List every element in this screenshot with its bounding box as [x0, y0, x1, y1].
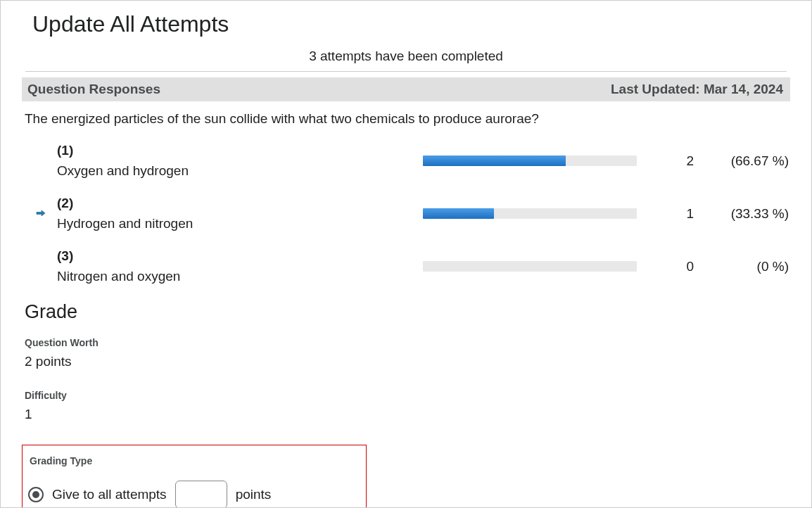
answer-number: (1) [57, 141, 423, 161]
answer-col: (2) Hydrogen and nitrogen [57, 193, 423, 234]
bar-col [423, 261, 655, 272]
progress-bar-fill [423, 208, 494, 219]
page-container: Update All Attempts 3 attempts have been… [0, 0, 812, 508]
answer-text: Oxygen and hydrogen [57, 161, 423, 182]
progress-bar-fill [423, 155, 566, 166]
progress-bar [423, 208, 637, 219]
last-updated: Last Updated: Mar 14, 2024 [611, 82, 783, 97]
arrow-right-icon [36, 209, 46, 219]
responses-list: (1) Oxygen and hydrogen 2 (66.67 %) ( [1, 137, 811, 296]
response-count: 0 [655, 259, 697, 274]
response-pct: (66.67 %) [697, 153, 789, 169]
response-count: 1 [655, 206, 697, 222]
answer-col: (3) Nitrogen and oxygen [57, 246, 423, 286]
difficulty-label: Difficulty [25, 390, 787, 407]
grading-option-all[interactable]: Give to all attempts points [27, 479, 355, 508]
response-row: (3) Nitrogen and oxygen 0 (0 %) [25, 243, 790, 296]
progress-bar [423, 155, 637, 166]
points-input-all[interactable] [175, 481, 227, 508]
divider [25, 71, 787, 72]
page-title: Update All Attempts [1, 1, 811, 47]
response-row: (2) Hydrogen and nitrogen 1 (33.33 %) [25, 190, 790, 243]
question-worth-block: Question Worth 2 points [1, 329, 811, 381]
grading-type-section: Grading Type Give to all attempts points… [22, 445, 367, 508]
bar-col [423, 208, 655, 219]
radio-selected-icon [32, 491, 39, 498]
points-label: points [236, 487, 272, 502]
progress-bar [423, 261, 637, 272]
response-pct: (33.33 %) [697, 206, 789, 222]
answer-text: Nitrogen and oxygen [57, 267, 423, 287]
response-pct: (0 %) [697, 259, 789, 274]
attempts-subtitle: 3 attempts have been completed [1, 47, 811, 71]
response-row: (1) Oxygen and hydrogen 2 (66.67 %) [25, 137, 790, 190]
section-header: Question Responses Last Updated: Mar 14,… [22, 77, 790, 101]
bar-col [423, 155, 655, 166]
grade-heading: Grade [1, 296, 811, 329]
section-title: Question Responses [27, 82, 160, 97]
indicator-col [25, 209, 57, 219]
question-worth-value: 2 points [25, 354, 787, 380]
radio-label-all: Give to all attempts [52, 487, 167, 502]
answer-number: (3) [57, 246, 423, 267]
question-text: The energized particles of the sun colli… [1, 101, 811, 137]
answer-number: (2) [57, 193, 423, 214]
answer-text: Hydrogen and nitrogen [57, 214, 423, 234]
difficulty-block: Difficulty 1 [1, 381, 811, 434]
radio-all-attempts[interactable] [28, 487, 44, 502]
response-count: 2 [655, 153, 697, 169]
answer-col: (1) Oxygen and hydrogen [57, 141, 423, 181]
grading-type-label: Grading Type [27, 455, 355, 479]
difficulty-value: 1 [25, 407, 787, 433]
question-worth-label: Question Worth [25, 337, 787, 354]
